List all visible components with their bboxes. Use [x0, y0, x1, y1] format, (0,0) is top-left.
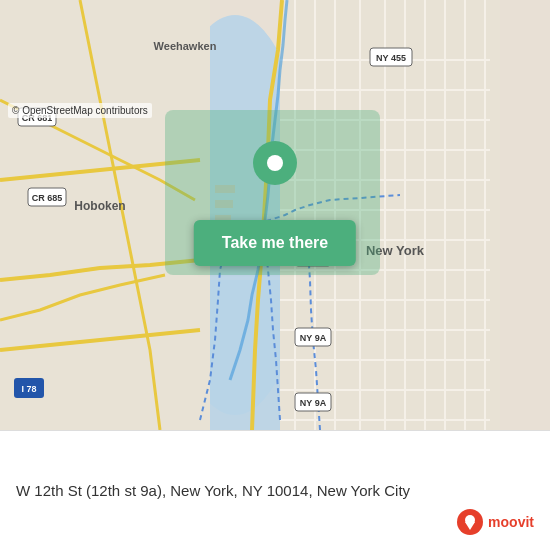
svg-text:NY 9A: NY 9A: [300, 333, 327, 343]
location-pin: [250, 138, 300, 188]
moovit-icon: [456, 508, 484, 536]
moovit-brand-name: moovit: [488, 514, 534, 530]
moovit-logo: moovit: [456, 508, 534, 536]
svg-text:CR 685: CR 685: [32, 193, 63, 203]
take-me-there-button[interactable]: Take me there: [194, 220, 356, 266]
svg-point-52: [267, 155, 283, 171]
svg-text:NY 9A: NY 9A: [300, 398, 327, 408]
svg-text:Weehawken: Weehawken: [154, 40, 217, 52]
svg-text:I 78: I 78: [21, 384, 36, 394]
svg-text:Hoboken: Hoboken: [74, 199, 125, 213]
map-container: NY 9A NY 9A NY 9A NY 455 CR 685 CR 681 I…: [0, 0, 550, 550]
osm-attribution: © OpenStreetMap contributors: [8, 103, 152, 118]
info-panel: W 12th St (12th st 9a), New York, NY 100…: [0, 430, 550, 550]
svg-text:NY 455: NY 455: [376, 53, 406, 63]
